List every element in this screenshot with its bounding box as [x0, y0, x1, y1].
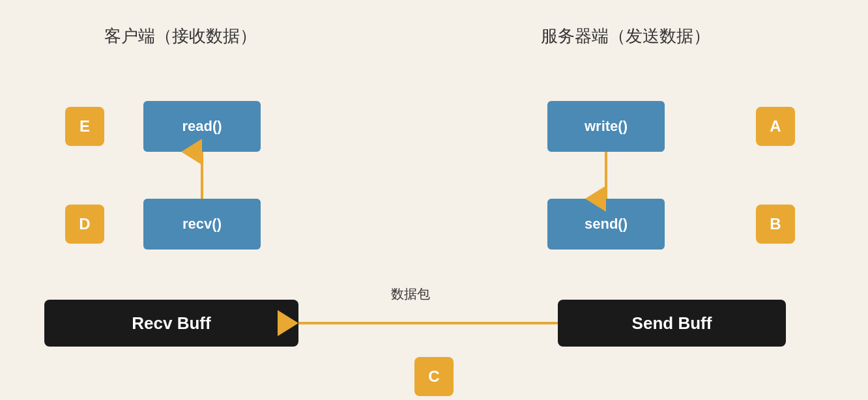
send-function-box: send(): [547, 199, 665, 250]
server-title: 服务器端（发送数据）: [541, 25, 710, 48]
label-c: C: [414, 357, 454, 396]
client-title: 客户端（接收数据）: [104, 25, 257, 48]
label-a: A: [756, 107, 795, 146]
diagram-container: 客户端（接收数据） 服务器端（发送数据） read() recv() E D R…: [0, 0, 868, 400]
write-function-box: write(): [547, 101, 665, 152]
recv-buff-box: Recv Buff: [44, 300, 298, 347]
read-function-box: read(): [143, 101, 261, 152]
label-d: D: [65, 205, 104, 244]
label-e: E: [65, 107, 104, 146]
label-b: B: [756, 205, 795, 244]
send-buff-box: Send Buff: [558, 300, 786, 347]
recv-function-box: recv(): [143, 199, 261, 250]
data-packet-label: 数据包: [391, 285, 430, 303]
